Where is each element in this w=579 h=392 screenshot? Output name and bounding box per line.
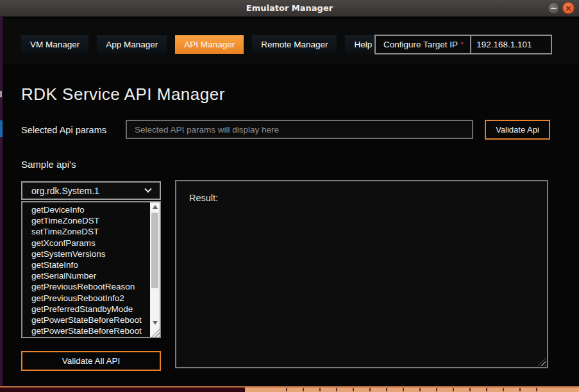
scroll-up-button[interactable] <box>150 202 160 211</box>
desktop-bottom-dark-strip <box>0 388 245 392</box>
resize-grip-icon[interactable] <box>538 358 546 366</box>
configure-target-ip-box: Configure Target IP * <box>374 35 552 54</box>
api-list-item[interactable]: getSerialNumber <box>22 270 150 281</box>
api-method-listbox[interactable]: getDeviceInfogetTimeZoneDSTsetTimeZoneDS… <box>21 201 161 338</box>
arrow-down-icon <box>153 321 158 325</box>
api-list-item[interactable]: getStateInfo <box>22 259 150 270</box>
selected-api-params-label: Selected Api params <box>21 125 106 135</box>
validate-all-api-button[interactable]: Validate All API <box>21 351 161 371</box>
result-label: Result: <box>189 193 218 203</box>
api-list-item[interactable]: getDeviceInfo <box>22 204 150 215</box>
selected-api-params-input[interactable] <box>126 120 473 139</box>
nav-tab[interactable]: App Manager <box>97 35 167 54</box>
nav-tab[interactable]: API Manager <box>175 35 244 54</box>
arrow-up-icon <box>153 205 158 209</box>
api-list-item[interactable]: getXconfParams <box>22 238 150 249</box>
scrollbar[interactable] <box>150 202 160 337</box>
sample-apis-label: Sample api's <box>21 159 76 170</box>
chevron-down-icon <box>144 185 151 192</box>
minimize-icon <box>551 8 557 9</box>
desktop-edge-left <box>0 17 3 387</box>
close-button[interactable] <box>562 2 575 14</box>
nav-tab[interactable]: Remote Manager <box>252 35 337 54</box>
api-category-select[interactable]: org.rdk.System.1 <box>21 181 161 200</box>
desktop-edge-blue-fragment <box>0 120 3 137</box>
desktop-bottom-marks <box>271 388 540 391</box>
result-textarea[interactable]: Result: <box>175 180 548 368</box>
scrollbar-thumb[interactable] <box>151 213 158 288</box>
resize-grip-icon[interactable] <box>150 327 160 337</box>
api-list-item[interactable]: getTimeZoneDST <box>22 215 150 226</box>
nav-tabs: VM ManagerApp ManagerAPI ManagerRemote M… <box>21 35 381 54</box>
emulator-manager-window: Emulator Manager VM ManagerApp ManagerAP… <box>0 0 579 392</box>
api-list-item[interactable]: getPreviousRebootReason <box>22 281 150 292</box>
api-list-item[interactable]: getPreferredStandbyMode <box>22 304 150 314</box>
desktop-bottom-tan-strip <box>245 388 579 392</box>
api-category-selected-value: org.rdk.System.1 <box>31 186 99 196</box>
page-title: RDK Service API Manager <box>21 85 225 104</box>
validate-api-button[interactable]: Validate Api <box>485 120 550 140</box>
nav-tab[interactable]: VM Manager <box>21 35 88 54</box>
configure-target-ip-label: Configure Target IP * <box>376 36 471 53</box>
target-ip-input[interactable] <box>471 36 551 53</box>
required-asterisk: * <box>460 40 464 49</box>
api-list-item[interactable]: getPowerStateBeforeReboot <box>22 314 150 325</box>
window-title: Emulator Manager <box>246 3 333 13</box>
desktop-edge-gray-fragment <box>0 91 2 97</box>
api-list-item[interactable]: setTimeZoneDST <box>22 226 150 237</box>
api-list-item[interactable]: getSystemVersions <box>22 249 150 259</box>
titlebar[interactable]: Emulator Manager <box>0 0 579 17</box>
minimize-button[interactable] <box>548 2 560 14</box>
window-controls <box>548 2 575 14</box>
scroll-down-button[interactable] <box>150 318 160 327</box>
api-list-item[interactable]: getPreviousRebootInfo2 <box>22 293 150 304</box>
api-list-item[interactable]: getPowerStateBeforeReboot <box>22 325 150 336</box>
